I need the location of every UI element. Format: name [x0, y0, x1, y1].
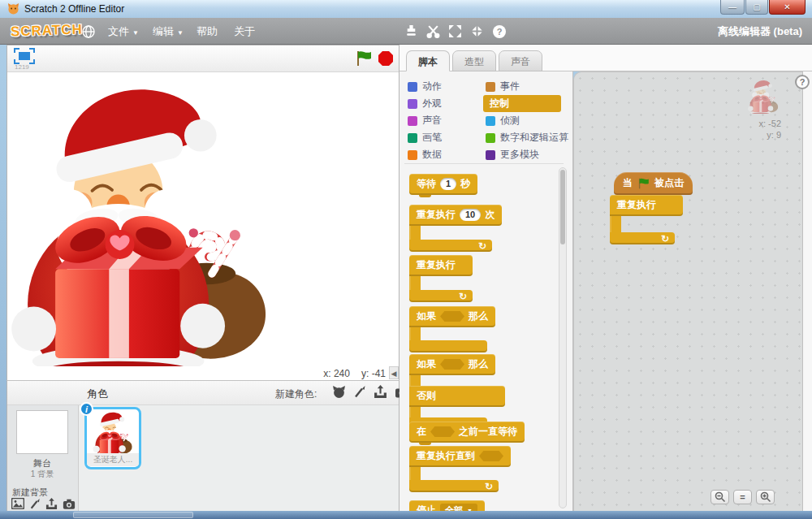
chevron-down-icon: ▼	[132, 28, 139, 37]
menu-about[interactable]: 关于	[234, 24, 255, 39]
condition-slot[interactable]	[430, 426, 455, 437]
collapse-stage-icon[interactable]: ◀	[389, 366, 399, 379]
sprite-info-icon[interactable]: i	[80, 402, 93, 416]
svg-text:?: ?	[497, 27, 503, 37]
palette-scrollbar-thumb[interactable]	[560, 170, 565, 244]
operators-swatch	[486, 133, 495, 143]
events-swatch	[486, 82, 495, 92]
zoom-in-icon[interactable]	[756, 490, 775, 504]
category-sound[interactable]: 声音	[408, 114, 442, 128]
menu-help[interactable]: 帮助	[197, 24, 218, 39]
sound-swatch	[408, 116, 417, 126]
sprite-name-label: 圣诞老人...	[87, 453, 139, 466]
santa-sprite-image[interactable]	[11, 76, 272, 366]
grow-sprite-icon[interactable]	[448, 24, 463, 39]
block-wait-secs[interactable]: 等待 1 秒	[409, 174, 477, 195]
motion-swatch	[408, 82, 417, 92]
block-repeat-times[interactable]: 重复执行 10 次 ↻	[409, 205, 502, 252]
category-control-selected[interactable]: 控制	[483, 95, 561, 112]
help-panel-strip	[802, 71, 812, 513]
palette-divider	[404, 163, 564, 164]
repeat-value-input[interactable]: 10	[460, 209, 481, 221]
stage-header: 1219	[7, 45, 399, 72]
duplicate-stamp-icon[interactable]	[404, 24, 419, 39]
scratch-logo[interactable]: SCRATCH	[11, 21, 84, 40]
editor-mode-label: 离线编辑器 (beta)	[718, 24, 802, 39]
script-when-flag-clicked[interactable]: 当 被点击	[614, 172, 693, 195]
condition-slot[interactable]	[479, 451, 503, 461]
category-pen[interactable]: 画笔	[408, 131, 442, 145]
window-title: Scratch 2 Offline Editor	[24, 3, 124, 15]
stop-sign-icon[interactable]	[378, 50, 394, 67]
block-forever[interactable]: 重复执行 ↻	[409, 255, 473, 302]
category-data[interactable]: 数据	[408, 148, 442, 162]
menu-bar: SCRATCH 文件▼ 编辑▼ 帮助 关于 ? 离线编辑器 (beta)	[0, 18, 812, 45]
category-motion[interactable]: 动作	[408, 80, 442, 93]
delete-scissors-icon[interactable]	[426, 24, 441, 39]
loop-arrow-icon: ↻	[661, 233, 669, 244]
category-looks[interactable]: 外观	[408, 97, 442, 110]
minimize-button[interactable]: —	[720, 0, 745, 15]
script-area[interactable]: x: -52 y: 9 当 被点击 重复执行 ↻ =	[573, 71, 802, 513]
mouse-coordinate-bar: x: 240 y: -41 ◀	[7, 366, 399, 381]
sprite-y-readout: y: 9	[758, 129, 781, 141]
new-backdrop-label: 新建背景	[12, 487, 48, 499]
title-bar: Scratch 2 Offline Editor — ▢ ✕	[0, 0, 812, 18]
paint-new-sprite-icon[interactable]	[353, 385, 366, 402]
help-toggle-icon[interactable]: ?	[795, 75, 810, 89]
category-events[interactable]: 事件	[486, 80, 520, 93]
editor-tabs: 脚本 造型 声音	[400, 45, 812, 71]
palette-scrollbar[interactable]	[559, 167, 567, 508]
block-wait-until[interactable]: 在 之前一直等待	[409, 422, 525, 443]
menu-file[interactable]: 文件▼	[108, 24, 139, 39]
loop-arrow-icon: ↻	[459, 291, 467, 302]
stage-canvas[interactable]	[7, 72, 399, 366]
sprite-thumbnail-santa[interactable]: i 圣诞老人...	[84, 407, 141, 469]
app-icon	[7, 2, 19, 18]
zoom-reset-button[interactable]: =	[733, 490, 752, 504]
zoom-out-icon[interactable]	[710, 490, 729, 504]
data-swatch	[408, 150, 417, 160]
script-forever-block[interactable]: 重复执行 ↻	[610, 195, 683, 244]
shrink-sprite-icon[interactable]	[470, 24, 485, 39]
block-if-else[interactable]: 如果 那么 否则	[409, 354, 505, 430]
maximize-button[interactable]: ▢	[745, 0, 768, 15]
stage-thumbnail[interactable]	[16, 410, 68, 454]
sprite-panel-header: 角色 新建角色:	[7, 381, 399, 405]
taskbar-item[interactable]	[73, 512, 193, 518]
condition-slot[interactable]	[440, 359, 464, 370]
mouse-y-readout: y: -41	[361, 368, 386, 379]
green-flag-icon	[637, 178, 650, 189]
more-blocks-swatch	[486, 150, 495, 160]
category-operators[interactable]: 数字和逻辑运算	[486, 131, 568, 145]
upload-sprite-icon[interactable]	[374, 385, 387, 402]
menu-edit[interactable]: 编辑▼	[153, 24, 184, 39]
sprite-panel: 角色 新建角色: 舞台 1 背景 新建背景 i 圣诞老人..	[6, 380, 400, 513]
sensing-swatch	[486, 116, 495, 126]
block-help-icon[interactable]: ?	[492, 24, 507, 39]
block-if-then[interactable]: 如果 那么	[409, 306, 495, 352]
block-palette: 动作 外观 声音 画笔 数据 事件 控制 侦测 数字和逻辑运算 更多模块	[400, 71, 573, 513]
fullscreen-icon[interactable]	[14, 48, 35, 64]
condition-slot[interactable]	[440, 311, 464, 322]
chevron-down-icon: ▼	[177, 28, 184, 37]
tab-scripts[interactable]: 脚本	[406, 50, 450, 71]
backdrop-count: 1 背景	[7, 469, 77, 480]
tab-sounds[interactable]: 声音	[499, 50, 542, 71]
windows-taskbar	[0, 511, 812, 519]
category-more-blocks[interactable]: 更多模块	[486, 148, 539, 162]
pen-swatch	[408, 133, 417, 143]
language-globe-icon[interactable]	[81, 24, 96, 39]
tab-costumes[interactable]: 造型	[452, 50, 496, 71]
category-sensing[interactable]: 侦测	[486, 114, 520, 128]
green-flag-icon[interactable]	[355, 50, 373, 67]
version-label: 1219	[15, 63, 29, 71]
new-sprite-library-icon[interactable]	[332, 385, 346, 402]
close-button[interactable]: ✕	[769, 0, 806, 15]
sprite-thumbnail-image	[93, 410, 133, 456]
stage-label: 舞台	[7, 457, 77, 469]
sprite-x-readout: x: -52	[758, 118, 781, 129]
wait-value-input[interactable]: 1	[440, 178, 456, 190]
new-sprite-label: 新建角色:	[275, 387, 317, 401]
block-repeat-until[interactable]: 重复执行直到 ↻	[409, 446, 511, 492]
